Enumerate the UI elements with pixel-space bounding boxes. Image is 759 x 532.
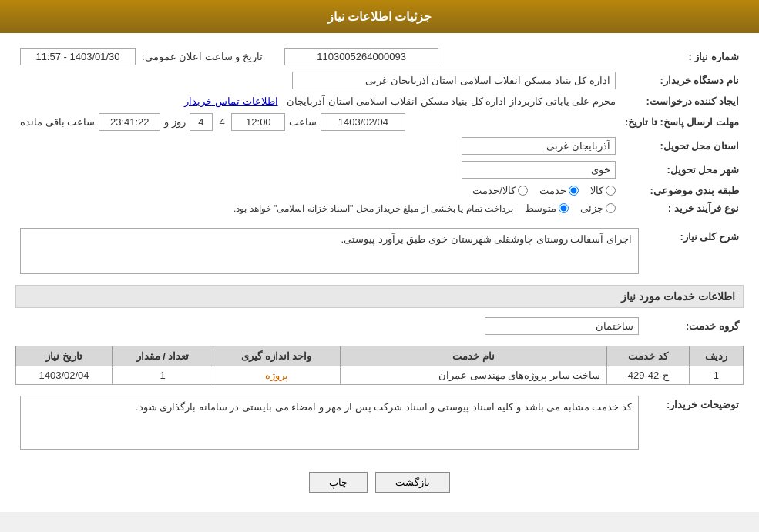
services-section-header: اطلاعات خدمات مورد نیاز: [15, 285, 744, 308]
creator-value: محرم علی یاباتی کاربرداز اداره کل بنیاد …: [287, 95, 616, 107]
back-button[interactable]: بازگشت: [375, 472, 450, 493]
cell-date: 1403/02/04: [16, 366, 113, 385]
time-label: ساعت: [289, 116, 317, 128]
col-code: کد خدمت: [607, 346, 689, 366]
org-name-label: نام دستگاه خریدار:: [660, 75, 739, 86]
request-number-label: شماره نیاز :: [688, 51, 739, 62]
creator-contact-link[interactable]: اطلاعات تماس خریدار: [184, 95, 277, 107]
cell-quantity: 1: [113, 366, 213, 385]
radio-mota-label: متوسط: [525, 202, 556, 214]
purchase-type-label: نوع فرآیند خرید :: [668, 202, 739, 214]
col-quantity: تعداد / مقدار: [113, 346, 213, 366]
deadline-days: 4: [190, 113, 213, 131]
cell-row-num: 1: [689, 366, 743, 385]
remaining-time: 23:41:22: [99, 113, 160, 131]
page-header: جزئیات اطلاعات نیاز: [0, 0, 759, 33]
day-label: 4: [217, 116, 227, 128]
announcement-datetime: 1403/01/30 - 11:57: [20, 48, 136, 65]
city-value: خوی: [462, 161, 616, 179]
page-title: جزئیات اطلاعات نیاز: [327, 10, 432, 23]
table-row: 1 ج-42-429 ساخت سایر پروژه‌های مهندسی عم…: [16, 366, 744, 385]
deadline-date: 1403/02/04: [321, 113, 405, 131]
datetime-label: تاریخ و ساعت اعلان عمومی:: [142, 51, 263, 62]
radio-khedmat-input[interactable]: [569, 186, 579, 196]
remaining-label: ساعت باقی مانده: [20, 116, 95, 128]
radio-jozii-input[interactable]: [606, 203, 616, 213]
buyer-notes-value: کد خدمت مشابه می باشد و کلیه اسناد پیوست…: [20, 396, 639, 450]
buyer-notes-label: توضیحات خریدار:: [667, 399, 739, 410]
col-name: نام خدمت: [340, 346, 607, 366]
col-row-num: ردیف: [689, 346, 743, 366]
radio-mota-input[interactable]: [559, 203, 569, 213]
request-number-value: 1103005264000093: [284, 48, 438, 65]
deadline-label: مهلت ارسال پاسخ: تا تاریخ:: [625, 116, 739, 128]
cell-unit: پروژه: [213, 366, 340, 385]
radio-kala-input[interactable]: [606, 186, 616, 196]
city-label: شهر محل تحویل:: [667, 164, 739, 176]
category-label: طبقه بندی موضوعی:: [650, 185, 739, 196]
service-group-value: ساختمان: [485, 317, 639, 335]
description-value: اجرای آسفالت روستای چاوشقلی شهرستان خوی …: [20, 228, 639, 274]
radio-jozii-label: جزئی: [580, 202, 603, 214]
radio-kala-khedmat-input[interactable]: [518, 186, 528, 196]
radio-kala-label: کالا: [590, 185, 603, 196]
days-label: روز و: [164, 116, 186, 128]
radio-jozii[interactable]: جزئی: [580, 202, 616, 214]
service-group-label: گروه خدمت:: [686, 320, 739, 332]
col-date: تاریخ نیاز: [16, 346, 113, 366]
radio-khedmat[interactable]: خدمت: [539, 185, 579, 196]
deadline-time: 12:00: [231, 113, 285, 131]
purchase-note: پرداخت تمام یا بخشی از مبلغ خریداز محل "…: [233, 203, 513, 214]
radio-kala[interactable]: کالا: [590, 185, 616, 196]
org-name-value: اداره کل بنیاد مسکن انقلاب اسلامی استان …: [292, 72, 616, 89]
col-unit: واحد اندازه گیری: [213, 346, 340, 366]
radio-mota[interactable]: متوسط: [525, 202, 569, 214]
cell-name: ساخت سایر پروژه‌های مهندسی عمران: [340, 366, 607, 385]
print-button[interactable]: چاپ: [309, 472, 368, 493]
province-value: آذربایجان غربی: [462, 137, 616, 155]
radio-kala-khedmat[interactable]: کالا/خدمت: [472, 185, 528, 196]
radio-khedmat-label: خدمت: [539, 185, 566, 196]
province-label: استان محل تحویل:: [660, 140, 739, 152]
cell-code: ج-42-429: [607, 366, 689, 385]
radio-kala-khedmat-label: کالا/خدمت: [472, 185, 516, 196]
description-label: شرح کلی نیاز:: [680, 231, 739, 243]
creator-label: ایجاد کننده درخواست:: [646, 95, 739, 107]
